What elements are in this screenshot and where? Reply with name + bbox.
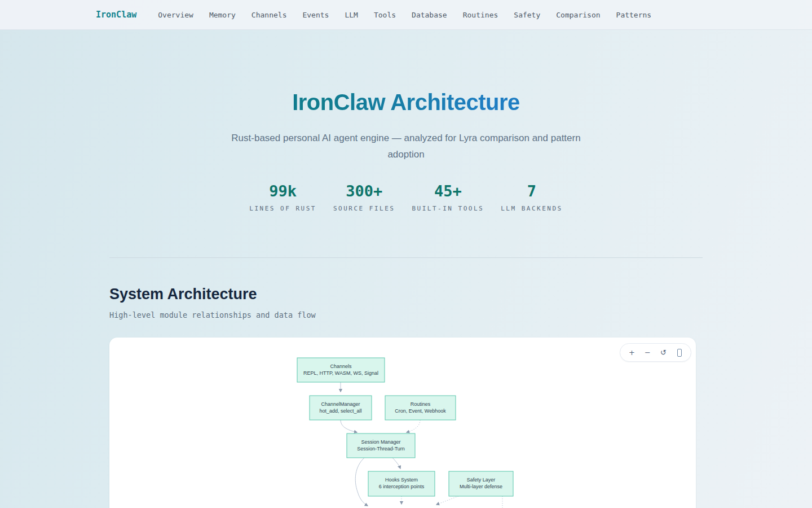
- nav-item-overview[interactable]: Overview: [158, 11, 193, 19]
- node-title: Session Manager: [361, 439, 400, 445]
- nav-item-memory[interactable]: Memory: [209, 11, 236, 19]
- diagram-node-routines: RoutinesCron, Event, Webhook: [385, 396, 456, 420]
- section-divider: [109, 257, 703, 258]
- diagram-node-channel-manager: ChannelManagerhot_add, select_all: [310, 396, 372, 420]
- stat-llm-backends: 7LLM BACKENDS: [501, 183, 562, 212]
- page-subtitle: Rust-based personal AI agent engine — an…: [231, 130, 581, 163]
- stat-source-files: 300+SOURCE FILES: [333, 183, 395, 212]
- nav-item-safety[interactable]: Safety: [514, 11, 540, 19]
- node-subtitle: Cron, Event, Webhook: [395, 408, 446, 414]
- diagram-canvas[interactable]: ChannelsREPL, HTTP, WASM, WS, SignalChan…: [109, 338, 696, 508]
- stat-built-in-tools: 45+BUILT-IN TOOLS: [412, 183, 484, 212]
- node-subtitle: 6 interception points: [379, 484, 425, 489]
- nav-item-channels[interactable]: Channels: [251, 11, 287, 19]
- fullscreen-icon: [677, 349, 682, 357]
- diagram-node-channels: ChannelsREPL, HTTP, WASM, WS, Signal: [297, 358, 385, 382]
- stats-row: 99kLINES OF RUST300+SOURCE FILES45+BUILT…: [0, 183, 812, 212]
- nav-item-tools[interactable]: Tools: [374, 11, 396, 19]
- nav-item-routines[interactable]: Routines: [463, 11, 498, 19]
- diagram-node-session-manager: Session ManagerSession-Thread-Turn: [347, 433, 415, 458]
- nav-item-database[interactable]: Database: [412, 11, 447, 19]
- nav-item-events[interactable]: Events: [302, 11, 329, 19]
- nav-item-llm[interactable]: LLM: [345, 11, 358, 19]
- page-title: IronClaw Architecture: [292, 90, 520, 115]
- stat-label: SOURCE FILES: [333, 205, 395, 212]
- nav-item-comparison[interactable]: Comparison: [556, 11, 600, 19]
- diagram-edge-session-manager-to-hooks-system: [392, 458, 400, 468]
- diagram-edge-session-manager-to-below-viewport: [355, 458, 368, 506]
- stat-label: BUILT-IN TOOLS: [412, 205, 484, 212]
- diagram-node-safety-layer: Safety LayerMulti-layer defense: [449, 471, 513, 496]
- section-title: System Architecture: [109, 286, 703, 303]
- node-subtitle: Session-Thread-Turn: [357, 446, 405, 452]
- node-title: Hooks System: [385, 477, 418, 483]
- node-title: Routines: [411, 401, 431, 407]
- section-subtitle: High-level module relationships and data…: [109, 310, 703, 319]
- diagram-node-hooks-system: Hooks System6 interception points: [368, 471, 435, 496]
- stat-value: 99k: [249, 183, 316, 200]
- top-nav: IronClaw OverviewMemoryChannelsEventsLLM…: [0, 0, 812, 30]
- stat-value: 45+: [412, 183, 484, 200]
- diagram-panel: +−↺ ChannelsREPL, HTTP, WASM, WS, Signal…: [109, 338, 696, 508]
- zoom-in-button[interactable]: +: [626, 347, 637, 358]
- node-title: ChannelManager: [321, 401, 360, 407]
- diagram-edge-routines-to-session-manager: [407, 420, 420, 432]
- stat-value: 300+: [333, 183, 395, 200]
- node-subtitle: Multi-layer defense: [460, 484, 502, 489]
- content-container: System Architecture High-level module re…: [109, 257, 703, 508]
- node-title: Safety Layer: [467, 477, 496, 483]
- diagram-edge-safety-layer-to-below-viewport: [436, 496, 458, 505]
- nav-item-patterns[interactable]: Patterns: [616, 11, 652, 19]
- node-subtitle: REPL, HTTP, WASM, WS, Signal: [303, 370, 378, 376]
- fullscreen-button[interactable]: [674, 347, 685, 358]
- diagram-controls: +−↺: [620, 343, 691, 362]
- node-subtitle: hot_add, select_all: [319, 408, 361, 414]
- node-title: Channels: [330, 364, 352, 369]
- diagram-edge-channel-manager-to-session-manager: [341, 420, 357, 432]
- brand-logo[interactable]: IronClaw: [96, 10, 136, 20]
- stat-label: LLM BACKENDS: [501, 205, 562, 212]
- top-nav-inner: IronClaw OverviewMemoryChannelsEventsLLM…: [96, 0, 716, 29]
- zoom-out-button[interactable]: −: [642, 347, 653, 358]
- nav-list: OverviewMemoryChannelsEventsLLMToolsData…: [158, 11, 651, 19]
- reset-view-button[interactable]: ↺: [658, 347, 669, 358]
- hero-section: IronClaw Architecture Rust-based persona…: [0, 30, 812, 212]
- stat-value: 7: [501, 183, 562, 200]
- stat-lines-of-rust: 99kLINES OF RUST: [249, 183, 316, 212]
- stat-label: LINES OF RUST: [249, 205, 316, 212]
